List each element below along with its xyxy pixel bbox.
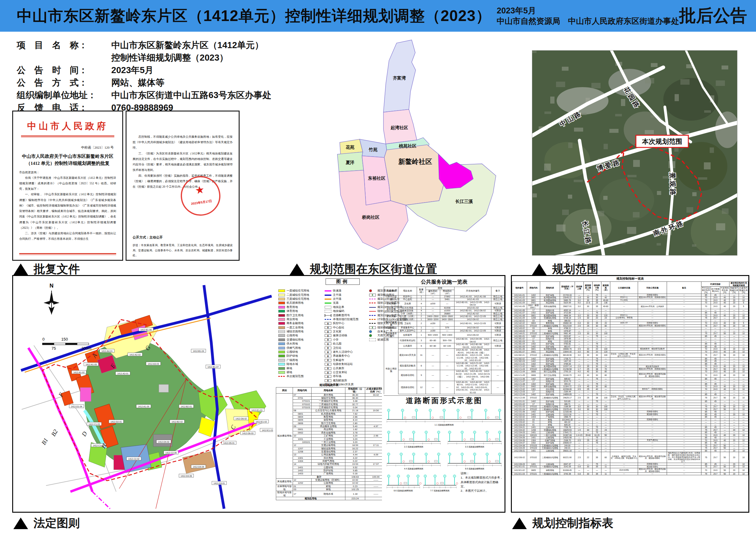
legend-swatch: [369, 310, 376, 313]
svg-text:1412-A3-01: 1412-A3-01: [117, 372, 129, 375]
legend-swatch: [325, 310, 331, 313]
facility-icon: ▮: [369, 294, 376, 296]
facility-icon: ▮: [325, 375, 331, 378]
facility-icon: ▮: [325, 339, 331, 341]
triangle-icon: [532, 264, 547, 275]
legend-item: 商务金融用地: [278, 321, 324, 325]
indicator-row: 1412-A1-040901商业用地5329.999.022.525136———…: [512, 302, 748, 304]
post-approval-badge: 批后公告: [679, 4, 747, 27]
indicator-row: 1412-B2-021402防护绿地1738.71——75————8545———: [512, 357, 748, 360]
indicator-row: 1412-C2-05070102二类城镇住宅用地29625.172.525381…: [512, 396, 748, 400]
facility-icon: ▮: [325, 326, 331, 329]
legend-swatch: [278, 355, 285, 357]
landuse-stats: 规划用地统计表 类别用地代码用地名称用地面积（公顷）占城乡建设用地的比例（%）城…: [276, 383, 382, 509]
svg-text:1412-D5-01: 1412-D5-01: [224, 442, 235, 444]
indicator-row: 1412-C1-081402防护绿地399.19——75————8545———: [512, 383, 748, 385]
legend-item: ▮停车场: [325, 374, 370, 378]
legend-item: 地块编码: [325, 309, 370, 313]
legend-item: 次干路: [325, 297, 370, 301]
document-heading: 中山市人民政府关于中山市东区新鳌岭东片区（1412 单元）控制性详细规划调整的批…: [20, 153, 116, 167]
gov-letterhead: 中山市人民政府: [19, 120, 116, 133]
legend-item: 供水用地: [278, 342, 324, 346]
caption-approval-docs: 批复文件: [14, 261, 80, 277]
letterhead-rule: [21, 136, 114, 137]
indicator-row: 1412-D1-051402防护绿地12183.98——75——现状移动基站—8…: [512, 411, 748, 413]
indicator-row: 1412-D1-04070102二类城镇住宅用地23225.493.030301…: [512, 408, 748, 411]
svg-text:1412-B2-01: 1412-B2-01: [181, 405, 192, 408]
indicator-row: 1412-A3-01070102二类城镇住宅用地93123.692.525308…: [512, 324, 748, 327]
stats-row: 农林用地与湿地01耕地0.23——: [276, 485, 382, 488]
indicator-row: 1412-B2-031402防护绿地1407.09——75————8545———: [512, 360, 748, 363]
indicator-row: 1412-A1-0617陆地水域4032.14————————————: [512, 309, 748, 312]
caption-legal-plan: 法定图则: [14, 516, 80, 531]
indicator-row: 1412-B1-070901商业用地10844.403.05020120———7…: [512, 350, 748, 353]
svg-text:1412-A2-02: 1412-A2-02: [129, 354, 141, 356]
indicator-row: 1412-C1-061402防护绿地685.62——75————8545———: [512, 377, 748, 380]
info-row: 组织编制单位地址：中山市东区街道中山五路63号东区办事处: [17, 89, 279, 101]
facility-icon: ▮: [325, 343, 331, 345]
legend-item: ▮垃圾收集转运站: [325, 362, 370, 366]
legend-item: ▮文化室: [325, 330, 370, 334]
legend-swatch: [278, 367, 285, 370]
stats-table-title: 规划用地统计表: [276, 383, 382, 387]
info-row: 公 告 时 间：2023年5月: [17, 64, 279, 76]
indicator-row: 1412-A2-020804教育用地26860.300.830352036班小学…: [512, 322, 748, 325]
legend-swatch: [369, 339, 376, 341]
legend-item: ▮中心血站: [325, 326, 370, 330]
svg-text:1412-D2-01: 1412-D2-01: [111, 421, 122, 423]
svg-text:150: 150: [61, 337, 68, 342]
svg-text:1412-C2-05: 1412-C2-05: [166, 452, 177, 454]
indicator-row: 1412-C2-041402防护绿地14859.05——75————8545——…: [512, 393, 748, 396]
info-row: 公 告 方 式：网站、媒体等: [17, 76, 279, 89]
facility-icon: ▮: [325, 355, 331, 357]
legend-item: ▮养老服务中心: [325, 354, 370, 358]
svg-text:1412-E1-02: 1412-E1-02: [256, 421, 267, 423]
indicator-row: 1412-C2-0317陆地水域2169.44————————————: [512, 391, 748, 393]
legend-swatch: [278, 351, 285, 353]
svg-text:景观路: 景观路: [669, 172, 677, 197]
svg-text:花苑: 花苑: [345, 145, 355, 150]
legend-item: 二类城镇住宅用地: [278, 293, 324, 297]
svg-text:本次规划范围: 本次规划范围: [642, 138, 682, 145]
legend-swatch: [278, 310, 285, 313]
legend-item: 供燃气用地: [278, 346, 324, 350]
svg-text:1412-D4-02: 1412-D4-02: [158, 441, 170, 443]
legend-swatch: [278, 334, 285, 337]
legend-swatch: [278, 294, 285, 296]
indicator-row: 1412-A1-030801机关团体用地5460.763.0303540-60中…: [512, 299, 748, 302]
satellite-scope-map: 本次规划范围中山路花园路博爱路长江路景观路南外环路: [532, 50, 738, 256]
facility-row: 规划移动基站9——1412-A1-01、1412-A1-03、1412-A3-0…: [384, 370, 504, 381]
svg-text:6-6 道路规划横断面图: 6-6 道路规划横断面图: [393, 490, 413, 492]
legend-item: 本项目现行控规范围: [325, 318, 370, 321]
svg-text:5-5 道路规划横断面图: 5-5 道路规划横断面图: [465, 468, 484, 470]
facility-row: 市政公用设施垃圾收集转运站360~80500~7001412-B2-01、141…: [384, 338, 504, 343]
indicator-row: 1412-D4-071402防护绿地20606.47——75————8545——…: [512, 442, 748, 445]
indicator-row: 1412-D4-031401公园绿地17641.71——75————8545——…: [512, 431, 748, 434]
indicator-row: 1412-C1-050806医疗卫生用地31160.794.0403080—规划…: [512, 373, 748, 377]
svg-text:1412-D6-03: 1412-D6-03: [242, 432, 254, 434]
legend-swatch: [325, 294, 331, 296]
legend-item: 体育用地: [278, 309, 324, 313]
facility-icon: ▮: [325, 322, 331, 325]
svg-text:4-4 道路规划横断面图: 4-4 道路规划横断面图: [404, 468, 423, 470]
indicator-row: 1412-B1-0217陆地水域1878.65————————————: [512, 338, 748, 340]
legend-swatch: [369, 298, 376, 299]
legend-item: ▮幼儿园: [325, 342, 370, 346]
indicator-row: 1412-D5-011401公园绿地35831.16——75————8545—2…: [512, 449, 748, 452]
indicator-row: 1412-A1-080801机关团体用地4846.343.03030120疾控中…: [512, 314, 748, 317]
legend-item: 防护绿地: [278, 354, 324, 358]
indicator-row: 1412-A2-0103林地386.53————————————: [512, 319, 748, 322]
legend-swatch: [278, 339, 285, 341]
svg-text:0: 0: [42, 337, 44, 342]
legend-item: 城镇道路用地: [278, 330, 324, 334]
cc-list: 抄送：市发展改革局、教育体育局、工业和信息化局、生态环境局、住房城乡建设局、交通…: [133, 243, 232, 258]
svg-text:1412-B1-06: 1412-B1-06: [141, 329, 152, 331]
indicator-row: 1412-E1-03070101一类城镇住宅用地3740.350.8303511…: [512, 472, 748, 475]
indicator-table: 地块编号用地代码用地性质用地面积（平方米）容积率上限建筑密度上限（%）绿地率下限…: [512, 281, 748, 475]
facility-icon: ▮: [325, 363, 331, 366]
legend-swatch: [325, 290, 331, 292]
legend-swatch: [278, 376, 285, 377]
svg-text:1412-E1-03: 1412-E1-03: [262, 429, 273, 431]
facility-row: 老年人活动中心2≥150—1412-B2-01、1412-C2-05可附设: [384, 329, 504, 332]
svg-text:1412-C1-03: 1412-C1-03: [89, 423, 100, 425]
